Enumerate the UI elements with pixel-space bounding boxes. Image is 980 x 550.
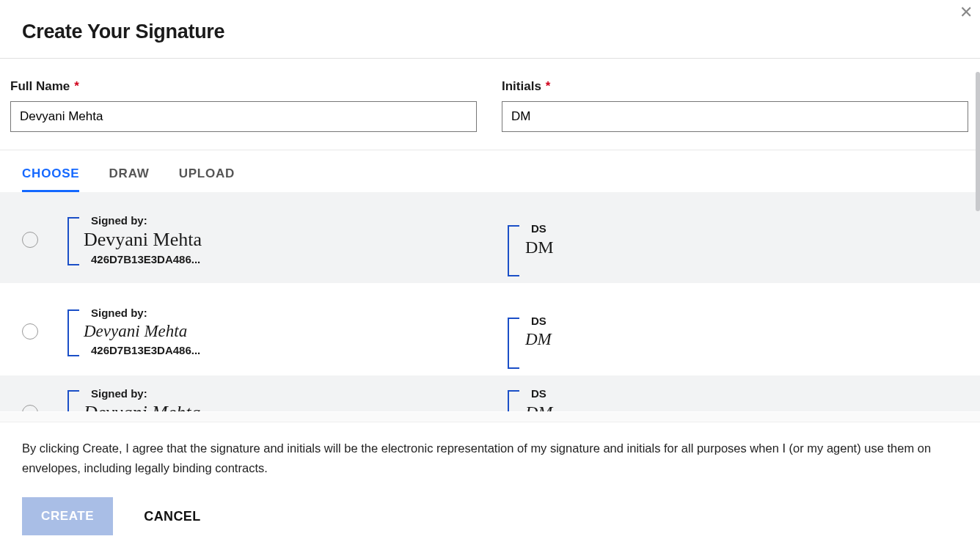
- ds-label: DS: [531, 315, 698, 327]
- required-asterisk-icon: *: [74, 79, 79, 94]
- signature-hash: 426D7B13E3DA486...: [91, 253, 478, 265]
- bracket-icon: [67, 309, 79, 356]
- initials-preview: DS DM: [508, 384, 698, 412]
- initials-text: DM: [525, 330, 698, 348]
- signature-text: Devyani Mehta: [84, 322, 478, 340]
- signature-text: Devyani Mehta: [84, 403, 478, 412]
- signature-preview: Signed by: Devyani Mehta: [67, 384, 478, 412]
- bracket-icon: [508, 225, 519, 276]
- signature-preview: Signed by: Devyani Mehta 426D7B13E3DA486…: [67, 211, 478, 269]
- modal-header: ✕ Create Your Signature: [0, 0, 980, 59]
- ds-label: DS: [531, 387, 698, 400]
- initials-preview: DS DM: [508, 312, 698, 351]
- ds-label: DS: [531, 222, 698, 235]
- disclosure-text: By clicking Create, I agree that the sig…: [22, 439, 958, 478]
- initials-label-text: Initials: [502, 79, 541, 94]
- radio-button[interactable]: [22, 232, 38, 248]
- tab-draw[interactable]: DRAW: [109, 150, 149, 192]
- signed-by-label: Signed by:: [91, 387, 478, 400]
- name-form-row: Full Name * Initials *: [0, 59, 980, 150]
- signature-options-list[interactable]: Signed by: Devyani Mehta 426D7B13E3DA486…: [0, 192, 980, 422]
- create-signature-modal: ✕ Create Your Signature Full Name * Init…: [0, 0, 980, 550]
- modal-footer: By clicking Create, I agree that the sig…: [0, 422, 980, 550]
- initials-text: DM: [525, 238, 698, 257]
- signature-option[interactable]: Signed by: Devyani Mehta 426D7B13E3DA486…: [0, 192, 980, 284]
- required-asterisk-icon: *: [546, 79, 551, 94]
- initials-text: DM: [525, 403, 698, 412]
- signature-option[interactable]: Signed by: Devyani Mehta DS DM: [0, 375, 980, 412]
- signed-by-label: Signed by:: [91, 307, 478, 319]
- create-button[interactable]: CREATE: [22, 497, 113, 535]
- signature-preview: Signed by: Devyani Mehta 426D7B13E3DA486…: [67, 304, 478, 359]
- radio-button[interactable]: [22, 323, 38, 340]
- signed-by-label: Signed by:: [91, 214, 478, 227]
- modal-title: Create Your Signature: [22, 21, 958, 43]
- button-row: CREATE CANCEL: [22, 497, 958, 535]
- full-name-group: Full Name *: [10, 79, 477, 132]
- bracket-icon: [508, 318, 519, 369]
- scrollbar[interactable]: [976, 72, 980, 211]
- full-name-label-text: Full Name: [10, 79, 70, 94]
- initials-input[interactable]: [502, 101, 968, 132]
- initials-preview: DS DM: [508, 219, 698, 260]
- signature-hash: 426D7B13E3DA486...: [91, 344, 478, 356]
- full-name-input[interactable]: [10, 101, 477, 132]
- close-icon: ✕: [959, 3, 973, 21]
- initials-label: Initials *: [502, 79, 968, 94]
- cancel-button[interactable]: CANCEL: [144, 509, 200, 524]
- bracket-icon: [67, 217, 79, 266]
- bracket-icon: [67, 390, 79, 412]
- tab-choose[interactable]: CHOOSE: [22, 150, 79, 192]
- signature-text: Devyani Mehta: [84, 230, 478, 251]
- close-button[interactable]: ✕: [959, 4, 973, 21]
- radio-button[interactable]: [22, 405, 38, 412]
- full-name-label: Full Name *: [10, 79, 477, 94]
- signature-tabs: CHOOSE DRAW UPLOAD: [0, 150, 980, 192]
- bracket-icon: [508, 390, 519, 412]
- tab-upload[interactable]: UPLOAD: [179, 150, 235, 192]
- initials-group: Initials *: [502, 79, 968, 132]
- signature-option[interactable]: Signed by: Devyani Mehta 426D7B13E3DA486…: [0, 284, 980, 375]
